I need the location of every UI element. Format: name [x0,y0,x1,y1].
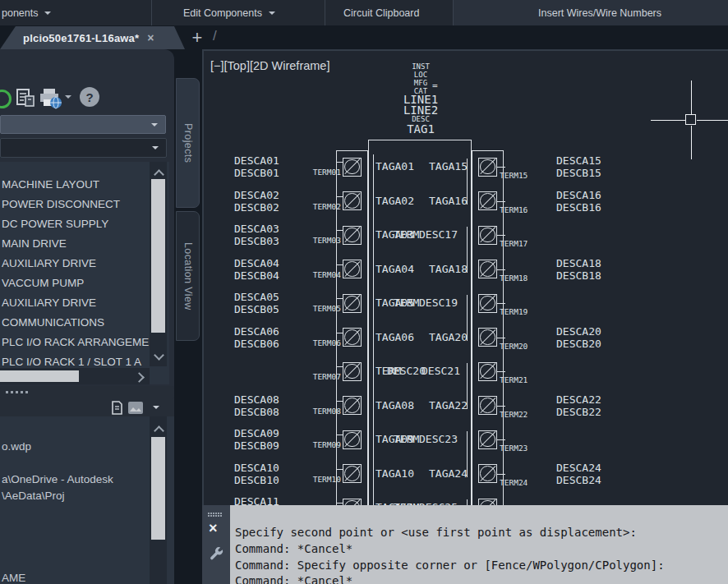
io-tag-label: TAGA16 [429,195,468,207]
menu-separator [325,0,325,25]
io-term-label: TERM06 [283,338,341,347]
io-term-label: TERM17 [500,239,528,248]
document-preview-icon[interactable] [110,401,124,415]
io-term-label: TERM21 [500,375,528,384]
drawing-tree-list[interactable]: MACHINE LAYOUTPOWER DISCONNECTDC POWER S… [0,162,169,384]
print-caret-down-icon[interactable] [65,95,71,99]
terminal-symbol [478,226,497,245]
menu-separator [453,0,454,25]
io-desc-label: DESCA16 [556,189,601,201]
caret-down-icon [152,146,159,149]
io-term-label: TERM07 [283,372,341,381]
io-tag-label: TAGA04 [376,263,414,275]
io-tag-label: DESC23 [419,433,458,445]
tree-item[interactable]: AUXILIARY DRIVE [2,257,96,270]
tab-location-view[interactable]: Location View [176,211,200,341]
details-caret-down-icon[interactable] [153,406,159,409]
tree-hscroll-thumb[interactable] [0,370,79,382]
close-tab-icon[interactable]: × [147,31,154,44]
project-dropdown[interactable] [0,115,166,134]
attr-inst: INST [412,62,430,71]
command-line-text: Command: Specify opposite corner or [Fen… [235,559,665,572]
terminal-symbol [343,396,362,415]
tree-item[interactable]: AUXILIARY DRIVE [2,297,96,310]
tree-item[interactable]: MAIN DRIVE [2,237,67,251]
palette-tab-strip: Projects Location View [174,49,202,584]
details-vscroll-thumb[interactable] [151,437,165,540]
io-tag-label: DESC17 [419,228,458,241]
io-desc-label: DESCA22 [556,393,601,406]
print-icon[interactable] [39,88,63,109]
terminal-tick [337,435,343,435]
io-desc-label: DESCA18 [556,257,601,269]
drawing-canvas[interactable]: [−][Top][2D Wireframe] INST LOC MFG = CA… [202,49,728,505]
terminal-symbol [478,362,497,381]
menu-item-insert-wires-wire-numbers[interactable]: Insert Wires/Wire Numbers [538,0,661,25]
drawing-file-tab[interactable]: plcio50e1761-L16awa* × [0,26,185,49]
terminal-tick [497,474,505,475]
io-tag-label: TAGA15 [429,160,468,172]
terminal-symbol [478,260,497,278]
io-tag-label: TAGA06 [376,331,414,343]
detail-path-line2: \AeData\Proj [2,490,65,502]
terminal-symbol [343,260,362,278]
io-desc-label: DESCB15 [556,167,601,179]
io-term-label: TERM01 [283,168,341,177]
terminal-symbol [478,294,497,313]
help-icon[interactable]: ? [80,87,99,107]
grip-dots-icon[interactable] [208,513,210,514]
io-desc-label: DESCB10 [234,474,279,486]
io-tag-label: DESC19 [419,297,458,309]
io-desc-label: DESCB01 [234,167,279,179]
io-desc-label: DESCB24 [556,474,601,486]
image-preview-icon[interactable] [128,402,143,414]
project-manager-panel: ? MACHINE LAYOUTPOWER DISCONNECTDC POWER… [0,49,174,584]
menu-item-circuit-clipboard[interactable]: Circuit Clipboard [343,0,419,25]
io-desc-label: DESCB09 [234,439,279,452]
attr-equals: = [432,80,438,91]
io-desc-label: DESCB02 [234,201,279,214]
terminal-tick [497,371,505,372]
panel-splitter[interactable] [0,386,174,399]
terminal-symbol [343,464,362,483]
io-desc-label: DESCB06 [234,338,279,350]
inner-right-rail [467,499,468,505]
drawing-filter-dropdown[interactable] [0,138,167,158]
tree-item[interactable]: PLC I/O RACK ARRANGEME [2,336,149,349]
io-desc-label: DESCA04 [234,257,279,269]
new-tab-button[interactable]: + [187,25,208,49]
command-line-text: Specify second point or <use first point… [235,526,637,539]
inner-left-rail [373,154,374,505]
io-tag-label: TAGA24 [429,467,468,480]
io-term-label: TERM04 [283,270,341,279]
menu-item-ponents[interactable]: ponents [2,0,51,25]
io-term-label: TERM15 [500,171,528,180]
terminal-symbol [478,158,497,177]
report-icon[interactable] [16,88,35,108]
command-line-panel[interactable]: × Specify second point or <use first poi… [202,505,728,584]
viewport-controls-label[interactable]: [−][Top][2D Wireframe] [210,59,329,72]
tree-item[interactable]: PLC I/O RACK 1 / SLOT 1 A [2,356,141,369]
menu-item-edit-components[interactable]: Edit Components [183,0,275,25]
io-term-label: TERM24 [500,478,528,487]
tree-item[interactable]: POWER DISCONNECT [2,198,120,211]
tree-item[interactable]: DC POWER SUPPLY [2,218,108,231]
tree-item[interactable]: VACCUM PUMP [2,277,84,290]
tree-item[interactable]: MACHINE LAYOUT [2,178,99,191]
attr-mfg: MFG [414,79,427,87]
io-term-label: TERM02 [283,202,341,211]
terminal-tick [337,264,343,265]
tree-vscroll-thumb[interactable] [151,179,165,333]
io-tag-label: DESC21 [422,365,460,377]
tree-item[interactable]: COMMUNICATIONS [2,316,104,329]
io-desc-label: DESCB04 [234,269,279,282]
pickbox-icon [685,114,696,125]
close-icon[interactable]: × [209,520,218,537]
tab-projects[interactable]: Projects [176,78,200,208]
terminal-symbol [343,226,362,245]
wrench-icon[interactable] [208,545,224,563]
refresh-icon[interactable] [0,90,12,108]
terminal-tick [497,303,505,304]
io-desc-label: DESCB03 [234,235,279,247]
io-term-label: TERM18 [500,274,528,283]
